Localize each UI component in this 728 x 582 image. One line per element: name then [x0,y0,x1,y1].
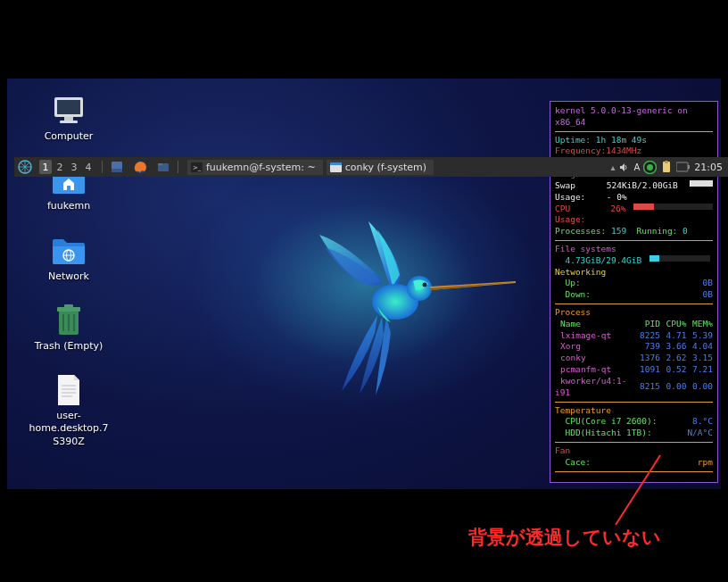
run-value: 0 [682,226,688,237]
network-folder-icon [50,235,87,267]
temp-hdd-label: HDD(Hitachi 1TB): [565,428,651,439]
fs-bar [649,255,710,262]
file-manager-icon[interactable] [154,158,172,176]
temp-title: Temperature [555,405,713,417]
computer-icon [50,95,87,127]
net-up-value: 0B [703,278,713,289]
desktop-icon-file[interactable]: user-home.desktop.7S390Z [29,374,109,448]
cpu-value: 26% [610,204,625,227]
terminal-icon: >_ [191,162,203,173]
svg-rect-28 [64,304,73,308]
process-table: Name PID CPU% MEM% lximage-qt82254.715.3… [555,319,713,399]
procs-label: Processes: [555,226,606,237]
desktop-icons: Computer fuukemn Network Trash (Empty) u… [29,95,109,448]
svg-rect-13 [665,161,668,163]
wallpaper-hummingbird [293,217,525,395]
keyboard-layout[interactable]: A [633,162,640,172]
desktop-icon-label: Trash (Empty) [35,340,103,353]
net-down-label: Down: [565,289,591,301]
svg-rect-14 [676,162,688,171]
task-label: fuukemn@f-system: ~ [206,162,316,173]
task-conky[interactable]: conky (f-system) [327,160,434,175]
firefox-icon[interactable] [131,158,149,176]
workspace-4[interactable]: 4 [82,160,95,174]
launcher-bar [106,158,174,176]
fan-title: Fan [555,445,713,457]
th-mem: MEM% [687,319,714,330]
desktop-icon-label: Computer [45,130,94,143]
proc-title: Process [555,307,713,319]
desktop-icon-label: Network [48,270,89,283]
fan-label: Cace: [565,457,591,469]
temp-hdd-value: N/A°C [687,428,713,439]
desktop-icon-label: fuukemn [47,200,90,212]
svg-rect-18 [64,117,73,121]
svg-rect-2 [112,169,122,172]
th-cpu: CPU% [660,319,687,330]
clipboard-icon[interactable] [660,161,673,173]
up-arrow-icon[interactable]: ▴ [610,162,615,172]
svg-point-35 [423,283,427,287]
th-pid: PID [634,319,661,330]
update-icon[interactable] [643,161,657,174]
workspace-3[interactable]: 3 [68,160,80,174]
net-title: Networking [555,267,713,279]
desktop-area[interactable]: 1 2 3 4 >_ fuukemn@f-system: ~ [7,79,721,489]
svg-point-11 [647,164,653,170]
workspace-1[interactable]: 1 [39,160,52,174]
swap-value: 524KiB/2.00GiB - 0% [607,180,687,204]
procs-value: 159 [611,226,626,237]
run-label: Running: [637,226,678,237]
freq-label: Frequency: [555,146,606,157]
task-terminal[interactable]: >_ fuukemn@f-system: ~ [187,160,323,175]
svg-rect-15 [688,165,690,169]
svg-text:>_: >_ [193,164,202,171]
annotation-text: 背景が透過していない [468,525,661,550]
svg-rect-19 [60,121,78,123]
desktop-icon-network[interactable]: Network [29,235,109,283]
task-list: >_ fuukemn@f-system: ~ conky (f-system) [187,160,610,175]
conky-kernel: kernel 5.0.0-13-generic on x86_64 [555,105,713,129]
net-up-label: Up: [565,278,580,289]
fan-value: rpm [698,457,713,469]
volume-icon[interactable] [618,162,630,173]
window-icon [330,162,342,173]
cpu-label: CPU Usage: [555,204,605,227]
battery-icon[interactable] [676,162,691,172]
uptime-label: Uptime: [555,135,591,146]
th-name: Name [555,319,581,328]
desktop-icon-computer[interactable]: Computer [29,95,109,143]
workspace-switcher: 1 2 3 4 [39,160,95,174]
show-desktop-icon[interactable] [108,158,126,176]
svg-rect-17 [57,100,80,114]
task-label: conky (f-system) [345,162,426,173]
app-menu-icon[interactable] [16,158,34,176]
system-tray: ▴ A 21:05 [610,161,728,174]
svg-rect-5 [158,163,162,165]
file-icon [50,374,87,406]
swap-label: Swap Usage: [555,180,601,204]
temp-cpu-value: 8.°C [692,416,713,428]
temp-cpu-label: CPU(Core i7 2600): [565,416,657,428]
desktop-icon-label: user-home.desktop.7S390Z [29,410,109,448]
clock[interactable]: 21:05 [694,162,723,173]
net-down-value: 0B [703,289,713,301]
uptime-value: 1h 18m 49s [596,135,647,146]
fs-value: 4.73GiB/29.4GiB [565,255,641,267]
workspace-2[interactable]: 2 [54,160,66,174]
freq-value: 1434MHz [606,146,641,157]
svg-rect-9 [330,162,342,165]
taskbar: 1 2 3 4 >_ fuukemn@f-system: ~ [14,157,728,177]
trash-icon [50,304,87,337]
desktop-icon-trash[interactable]: Trash (Empty) [29,304,109,353]
cpu-bar [633,204,713,210]
swap-bar [690,180,713,187]
fs-title: File systems [555,244,713,255]
